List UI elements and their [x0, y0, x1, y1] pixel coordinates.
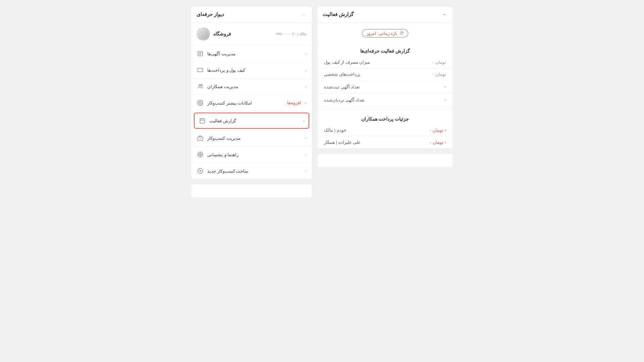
store-role: مالک: [299, 32, 307, 36]
stats-list: تومان ۰ میزان مصرف از کیف پول تومان ۰ پر…: [317, 56, 453, 107]
menu-item-more-features-left: ‹ افزونه‌ها: [285, 100, 307, 106]
stat-label-1: میزان مصرف از کیف پول: [324, 60, 370, 65]
menu-item-team-label: مدیریت همکاران: [207, 84, 238, 89]
stat-value-2: تومان ۰: [432, 72, 446, 77]
payment-row-1: ‹ تومان ۰ خودم | مالک: [317, 124, 453, 136]
payment-section-title: جزئیات پرداخت همکاران: [317, 112, 453, 124]
menu-item-business-management-arrow: ‹: [305, 135, 307, 141]
menu-item-manage-ads-right: مدیریت آگهی‌ها: [197, 50, 235, 57]
payment-amount-1: ‹ تومان ۰: [429, 128, 446, 133]
menu-item-team-left: ‹: [305, 84, 307, 89]
menu-item-new-business-right: ساخت کسب‌وکار جدید: [197, 167, 248, 175]
payment-arrow-2: ‹: [445, 140, 446, 145]
menu-item-wallet-right: کیف پول و پرداخت‌ها: [197, 66, 245, 74]
menu-item-more-features[interactable]: ‹ افزونه‌ها امکانات بیشتر کسب‌وکار: [191, 95, 312, 111]
divar-pro-header[interactable]: ← دیوار حرفه‌ای: [191, 7, 312, 22]
addons-badge: افزونه‌ها: [285, 100, 303, 106]
date-badge-container: ⏱ بازه زمانی: امروز: [317, 22, 453, 44]
store-phone: ۰۹۹۷۰۰۰۰۰۳۰: [274, 32, 296, 36]
payment-name-1: خودم | مالک: [324, 128, 346, 133]
gear-icon: [197, 99, 204, 107]
pro-section-title: گزارش فعالیت حرفه‌ای‌ها: [317, 44, 453, 56]
menu-item-business-management-left: ‹: [305, 135, 307, 141]
menu-item-more-features-right: امکانات بیشتر کسب‌وکار: [197, 99, 252, 107]
stat-label-4: تعداد آگهی نردبان‌شده: [324, 98, 365, 103]
menu-item-activity-report-left: ‹: [303, 118, 305, 123]
menu-item-activity-report[interactable]: ‹ گزارش فعالیت: [194, 113, 309, 129]
store-avatar-image: [197, 27, 210, 41]
stat-value-1: تومان ۰: [432, 60, 446, 65]
payment-value-1: تومان ۰: [429, 128, 443, 133]
menu-item-business-management-label: مدیریت کسب‌وکار: [207, 136, 240, 141]
date-badge-text: بازه زمانی: امروز: [366, 31, 398, 36]
menu-item-more-features-arrow: ‹: [305, 100, 307, 106]
menu-item-team[interactable]: ‹ مدیریت همکاران: [191, 78, 312, 95]
store-title: فروشگاه: [213, 31, 231, 37]
store-text: فروشگاه: [213, 31, 231, 37]
menu-item-team-arrow: ‹: [305, 84, 307, 89]
menu-item-activity-report-arrow: ‹: [303, 118, 305, 123]
menu-item-more-features-label: امکانات بیشتر کسب‌وکار: [207, 101, 252, 106]
menu-item-support-arrow: ‹: [305, 152, 307, 157]
right-bottom-bar: [191, 184, 312, 198]
menu-item-manage-ads-left: ‹: [305, 51, 307, 56]
right-card: ← دیوار حرفه‌ای مالک | ۰۹۹۷۰۰۰۰۰۳۰ فروشگ…: [191, 7, 312, 179]
menu-item-manage-ads-arrow: ‹: [305, 51, 307, 56]
clock-icon: ⏱: [399, 31, 404, 36]
menu-item-support-right: راهنما و پشتیبانی: [197, 151, 238, 158]
stat-row-1: تومان ۰ میزان مصرف از کیف پول: [317, 56, 453, 68]
activity-report-card: ← گزارش فعالیت ⏱ بازه زمانی: امروز گزارش…: [317, 7, 453, 148]
svg-rect-4: [198, 68, 203, 72]
payment-rows: ‹ تومان ۰ خودم | مالک ‹ تومان ۰ علی علیز…: [317, 124, 453, 148]
menu-item-new-business[interactable]: ‹ ساخت کسب‌وکار جدید: [191, 163, 312, 179]
right-panel: ← دیوار حرفه‌ای مالک | ۰۹۹۷۰۰۰۰۰۳۰ فروشگ…: [191, 7, 312, 198]
team-icon: [197, 83, 204, 90]
stat-row-2: تومان ۰ پرداخت‌های شخصی: [317, 68, 453, 80]
stat-label-2: پرداخت‌های شخصی: [324, 72, 360, 77]
payment-name-2: علی علیزاده | همکار: [324, 140, 361, 145]
menu-item-manage-ads-label: مدیریت آگهی‌ها: [207, 51, 235, 56]
activity-report-header[interactable]: ← گزارش فعالیت: [317, 7, 453, 22]
store-avatar: [197, 27, 210, 41]
page-wrapper: ← گزارش فعالیت ⏱ بازه زمانی: امروز گزارش…: [191, 7, 453, 198]
plus-icon: [197, 167, 204, 175]
bottom-bar: [317, 154, 453, 167]
payment-value-2: تومان ۰: [429, 140, 443, 145]
menu-item-wallet-label: کیف پول و پرداخت‌ها: [207, 68, 245, 73]
section-divider: [317, 109, 453, 110]
payment-row-2: ‹ تومان ۰ علی علیزاده | همکار: [317, 136, 453, 148]
store-role-phone: مالک | ۰۹۹۷۰۰۰۰۰۳۰: [274, 32, 307, 36]
svg-point-7: [200, 102, 201, 104]
menu-item-support[interactable]: ‹ راهنما و پشتیبانی: [191, 146, 312, 163]
svg-point-16: [200, 154, 201, 156]
help-icon: [197, 151, 204, 158]
menu-item-team-right: مدیریت همکاران: [197, 83, 238, 90]
svg-point-5: [199, 84, 201, 86]
left-panel: ← گزارش فعالیت ⏱ بازه زمانی: امروز گزارش…: [317, 7, 453, 198]
payment-arrow-1: ‹: [445, 128, 446, 133]
svg-rect-8: [200, 119, 205, 123]
list-icon: [197, 50, 204, 57]
wallet-icon: [197, 66, 204, 74]
menu-item-manage-ads[interactable]: ‹ مدیریت آگهی‌ها: [191, 46, 312, 62]
activity-report-title: گزارش فعالیت: [323, 11, 354, 17]
stat-row-3: • تعداد آگهی ثبت‌شده: [317, 80, 453, 94]
stat-row-4: • تعداد آگهی نردبان‌شده: [317, 94, 453, 107]
briefcase-icon: [197, 134, 204, 142]
menu-item-business-management[interactable]: ‹ مدیریت کسب‌وکار: [191, 130, 312, 146]
menu-item-wallet[interactable]: ‹ کیف پول و پرداخت‌ها: [191, 62, 312, 78]
menu-item-new-business-left: ‹: [305, 168, 307, 174]
menu-item-wallet-left: ‹: [305, 67, 307, 73]
menu-item-support-left: ‹: [305, 152, 307, 157]
menu-item-business-management-right: مدیریت کسب‌وکار: [197, 134, 240, 142]
stat-dot-3: •: [444, 84, 446, 90]
menu-item-activity-report-label: گزارش فعالیت: [209, 118, 236, 123]
payment-amount-2: ‹ تومان ۰: [429, 140, 446, 145]
svg-point-6: [201, 84, 203, 86]
divar-header-arrow: ←: [302, 12, 307, 17]
divar-header-title: دیوار حرفه‌ای: [197, 11, 224, 17]
store-pipe: |: [296, 32, 298, 36]
menu-item-wallet-arrow: ‹: [305, 67, 307, 73]
date-badge[interactable]: ⏱ بازه زمانی: امروز: [362, 29, 409, 38]
menu-item-activity-report-right: گزارش فعالیت: [199, 117, 236, 124]
